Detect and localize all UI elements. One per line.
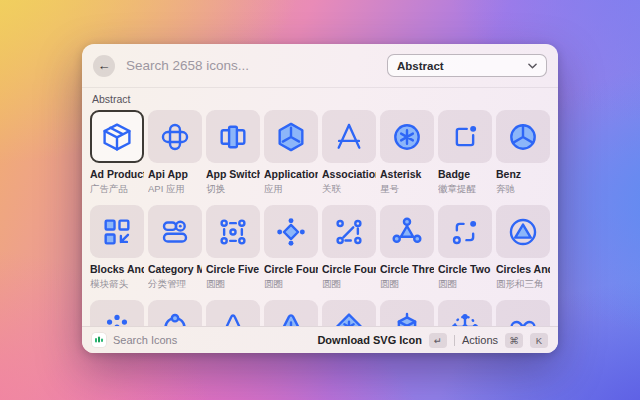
icon-tile-circles-and-triangles[interactable] bbox=[496, 205, 550, 258]
icon-name-label: Benz bbox=[496, 168, 550, 181]
asterisk-icon bbox=[390, 120, 424, 154]
app-logo-icon bbox=[92, 333, 106, 347]
icon-tile-circle-five-line[interactable] bbox=[206, 205, 260, 258]
icon-name-zh-label: 圆形和三角 bbox=[496, 278, 550, 290]
app-switch-icon bbox=[216, 120, 250, 154]
icon-name-label: Circles And... bbox=[496, 263, 550, 276]
benz-icon bbox=[506, 120, 540, 154]
icon-name-label: Circle Two L... bbox=[438, 263, 492, 276]
circle-five-line-icon bbox=[216, 215, 250, 249]
circles-and-triangles-icon bbox=[506, 215, 540, 249]
icon-name-zh-label: 圆圈 bbox=[264, 278, 318, 290]
icon-name-zh-label: API 应用 bbox=[148, 183, 202, 195]
icon-name-zh-label: 圆圈 bbox=[438, 278, 492, 290]
icon-tile-circle-two-line[interactable] bbox=[438, 205, 492, 258]
icon-tile-application[interactable] bbox=[264, 110, 318, 163]
icon-cell-circle-five-line: Circle Five L...圆圈 bbox=[206, 205, 260, 290]
icon-name-label: App Switch bbox=[206, 168, 260, 181]
icon-cell-app-switch: App Switch切换 bbox=[206, 110, 260, 195]
icon-tile-category-management[interactable] bbox=[148, 205, 202, 258]
icon-cell-badge: Badge徽章提醒 bbox=[438, 110, 492, 195]
icon-tile-circle-four-line[interactable] bbox=[322, 205, 376, 258]
icon-tile-app-switch[interactable] bbox=[206, 110, 260, 163]
window-header: ← Search 2658 icons... Abstract bbox=[82, 44, 558, 88]
icon-cell-circle-two-line: Circle Two L...圆圈 bbox=[438, 205, 492, 290]
ad-product-icon bbox=[100, 120, 134, 154]
icon-tile-badge[interactable] bbox=[438, 110, 492, 163]
icon-tile-api-app[interactable] bbox=[148, 110, 202, 163]
cmd-key-badge: ⌘ bbox=[505, 333, 523, 348]
icon-name-label: Blocks And... bbox=[90, 263, 144, 276]
status-bar: Search Icons Download SVG Icon ↵ Actions… bbox=[82, 326, 558, 353]
application-icon bbox=[274, 120, 308, 154]
circle-four-line-icon bbox=[332, 215, 366, 249]
association-icon bbox=[332, 120, 366, 154]
icon-browser-window: ← Search 2658 icons... Abstract Abstract… bbox=[82, 44, 558, 353]
icon-name-zh-label: 关联 bbox=[322, 183, 376, 195]
chevron-down-icon bbox=[528, 63, 537, 69]
icon-tile-blocks-and-arrows[interactable] bbox=[90, 205, 144, 258]
category-dropdown-value: Abstract bbox=[397, 60, 444, 72]
icon-name-zh-label: 星号 bbox=[380, 183, 434, 195]
icon-name-zh-label: 切换 bbox=[206, 183, 260, 195]
icon-cell-application: Application...应用 bbox=[264, 110, 318, 195]
icon-cell-api-app: Api AppAPI 应用 bbox=[148, 110, 202, 195]
icon-name-label: Category M... bbox=[148, 263, 202, 276]
icon-name-label: Association bbox=[322, 168, 376, 181]
footer-divider bbox=[454, 335, 455, 346]
app-label: Search Icons bbox=[113, 334, 177, 346]
icon-name-label: Badge bbox=[438, 168, 492, 181]
icon-name-label: Circle Four bbox=[264, 263, 318, 276]
icon-tile-circle-three[interactable] bbox=[380, 205, 434, 258]
icon-tile-circle-four[interactable] bbox=[264, 205, 318, 258]
icon-name-zh-label: 圆圈 bbox=[380, 278, 434, 290]
results-area: Abstract Ad Product广告产品Api AppAPI 应用App … bbox=[82, 88, 558, 353]
icon-name-label: Circle Four... bbox=[322, 263, 376, 276]
icon-name-label: Circle Three bbox=[380, 263, 434, 276]
circle-three-icon bbox=[390, 215, 424, 249]
blocks-and-arrows-icon bbox=[100, 215, 134, 249]
search-input[interactable]: Search 2658 icons... bbox=[126, 58, 387, 73]
section-label: Abstract bbox=[92, 93, 550, 105]
category-dropdown[interactable]: Abstract bbox=[387, 54, 547, 77]
icon-name-zh-label: 圆圈 bbox=[206, 278, 260, 290]
icon-name-zh-label: 应用 bbox=[264, 183, 318, 195]
icon-tile-ad-product[interactable] bbox=[90, 110, 144, 163]
icon-name-zh-label: 分类管理 bbox=[148, 278, 202, 290]
icon-cell-benz: Benz奔驰 bbox=[496, 110, 550, 195]
icon-grid: Ad Product广告产品Api AppAPI 应用App Switch切换A… bbox=[90, 110, 550, 353]
category-management-icon bbox=[158, 215, 192, 249]
api-app-icon bbox=[158, 120, 192, 154]
icon-cell-ad-product: Ad Product广告产品 bbox=[90, 110, 144, 195]
icon-name-zh-label: 广告产品 bbox=[90, 183, 144, 195]
icon-cell-circles-and-triangles: Circles And...圆形和三角 bbox=[496, 205, 550, 290]
icon-cell-asterisk: Asterisk星号 bbox=[380, 110, 434, 195]
icon-name-label: Application... bbox=[264, 168, 318, 181]
download-svg-button[interactable]: Download SVG Icon bbox=[317, 334, 422, 346]
k-key-badge: K bbox=[530, 333, 548, 348]
icon-name-zh-label: 模块箭头 bbox=[90, 278, 144, 290]
icon-name-zh-label: 奔驰 bbox=[496, 183, 550, 195]
icon-tile-benz[interactable] bbox=[496, 110, 550, 163]
circle-two-line-icon bbox=[448, 215, 482, 249]
icon-name-label: Ad Product bbox=[90, 168, 144, 181]
icon-name-zh-label: 徽章提醒 bbox=[438, 183, 492, 195]
icon-name-zh-label: 圆圈 bbox=[322, 278, 376, 290]
icon-cell-circle-three: Circle Three圆圈 bbox=[380, 205, 434, 290]
badge-icon bbox=[448, 120, 482, 154]
circle-four-icon bbox=[274, 215, 308, 249]
icon-tile-asterisk[interactable] bbox=[380, 110, 434, 163]
icon-cell-circle-four-line: Circle Four...圆圈 bbox=[322, 205, 376, 290]
icon-cell-blocks-and-arrows: Blocks And...模块箭头 bbox=[90, 205, 144, 290]
icon-tile-association[interactable] bbox=[322, 110, 376, 163]
icon-cell-category-management: Category M...分类管理 bbox=[148, 205, 202, 290]
arrow-left-icon: ← bbox=[98, 55, 111, 77]
actions-button[interactable]: Actions bbox=[462, 334, 498, 346]
icon-cell-association: Association关联 bbox=[322, 110, 376, 195]
back-button[interactable]: ← bbox=[93, 55, 115, 77]
footer-actions: Download SVG Icon ↵ Actions ⌘ K bbox=[317, 333, 548, 348]
desktop-background: ← Search 2658 icons... Abstract Abstract… bbox=[0, 0, 640, 400]
icon-name-label: Circle Five L... bbox=[206, 263, 260, 276]
enter-key-badge: ↵ bbox=[429, 333, 447, 348]
icon-name-label: Api App bbox=[148, 168, 202, 181]
